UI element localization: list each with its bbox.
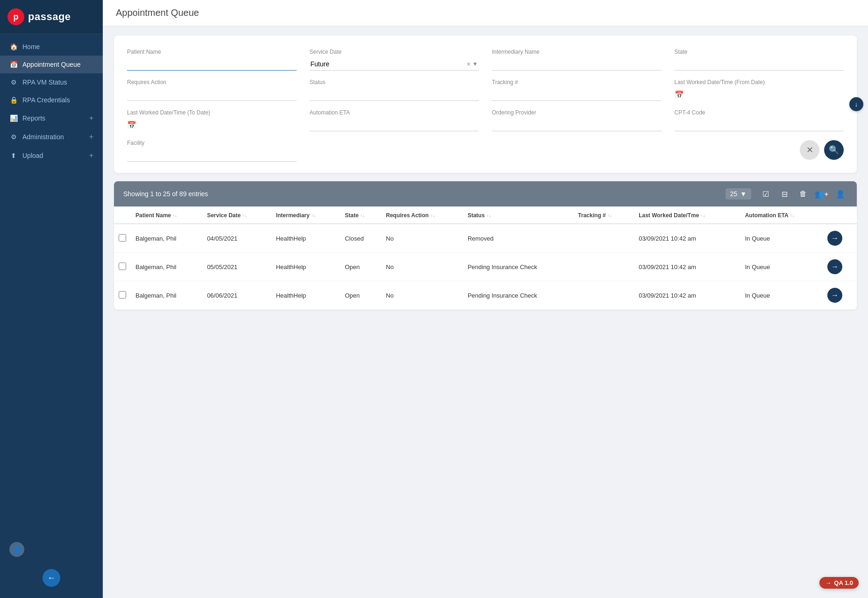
automation-eta-field: Automation ETA: [310, 109, 479, 131]
requires-action-field: Requires Action: [127, 79, 297, 101]
logo-text: passage: [28, 11, 71, 23]
last-worked-cell: 03/09/2021 10:42 am: [634, 224, 740, 253]
status-input[interactable]: [310, 88, 479, 101]
administration-icon: ⚙: [9, 133, 18, 141]
state-field: State: [675, 49, 844, 71]
rpa-vm-status-label: RPA VM Status: [22, 78, 93, 86]
cpt4-label: CPT-4 Code: [675, 109, 844, 116]
delete-icon[interactable]: 🗑: [796, 187, 810, 201]
state-label: State: [675, 49, 844, 55]
state-cell: Closed: [340, 224, 381, 253]
administration-label: Administration: [22, 133, 85, 141]
sort-automation-eta[interactable]: ↑↓: [790, 213, 795, 218]
sidebar-item-rpa-credentials[interactable]: 🔒 RPA Credentials: [0, 91, 103, 109]
patient-name-field: Patient Name: [127, 49, 297, 71]
qa-arrow-icon: →: [825, 579, 831, 586]
sidebar-item-home[interactable]: 🏠 Home: [0, 38, 103, 56]
last-worked-from-calendar-icon[interactable]: 📅: [675, 90, 844, 99]
col-last-worked: Last Worked Date/Tme ↑↓: [634, 206, 740, 224]
col-intermediary: Intermediary ↑↓: [271, 206, 341, 224]
row-checkbox-cell: [114, 253, 131, 281]
ordering-provider-label: Ordering Provider: [492, 109, 662, 116]
last-worked-to-calendar-icon[interactable]: 📅: [127, 121, 297, 129]
sidebar-item-reports[interactable]: 📊 Reports +: [0, 109, 103, 128]
sidebar-item-upload[interactable]: ⬆ Upload +: [0, 146, 103, 165]
sort-tracking[interactable]: ↑↓: [607, 213, 612, 218]
sort-intermediary[interactable]: ↑↓: [311, 213, 316, 218]
tracking-input[interactable]: [492, 88, 662, 101]
sidebar-nav: 🏠 Home 📅 Appointment Queue ⚙ RPA VM Stat…: [0, 34, 103, 537]
tracking-cell: [573, 253, 634, 281]
intermediary-name-input[interactable]: [492, 58, 662, 71]
facility-input[interactable]: [127, 149, 297, 162]
sort-service-date[interactable]: ↑↓: [242, 213, 247, 218]
select-all-icon[interactable]: ☑: [759, 187, 773, 201]
sort-requires-action[interactable]: ↑↓: [430, 213, 435, 218]
col-checkbox: [114, 206, 131, 224]
cpt4-input[interactable]: [675, 119, 844, 131]
main-content: Appointment Queue ↓ Patient Name Service…: [103, 0, 868, 598]
content-area: ↓ Patient Name Service Date × ▼ Inte: [103, 26, 868, 598]
page-title: Appointment Queue: [116, 7, 199, 18]
requires-action-label: Requires Action: [127, 79, 297, 85]
user-icon[interactable]: 👤: [833, 187, 847, 201]
add-user-icon[interactable]: 👥+: [815, 187, 829, 201]
intermediary-cell: HealthHelp: [271, 281, 341, 310]
back-button[interactable]: ←: [43, 569, 60, 587]
ordering-provider-input[interactable]: [492, 119, 662, 131]
service-date-clear[interactable]: ×: [467, 60, 470, 68]
sidebar-item-appointment-queue[interactable]: 📅 Appointment Queue: [0, 56, 103, 73]
intermediary-cell: HealthHelp: [271, 253, 341, 281]
requires-action-input[interactable]: [127, 88, 297, 101]
scroll-down-button[interactable]: ↓: [849, 97, 863, 111]
filter-grid: Patient Name Service Date × ▼ Intermedia…: [127, 49, 844, 162]
qa-badge[interactable]: → QA 1.0: [819, 577, 859, 589]
sort-status[interactable]: ↑↓: [486, 213, 491, 218]
sort-state[interactable]: ↑↓: [360, 213, 365, 218]
row-nav-button-1[interactable]: →: [827, 259, 842, 274]
tracking-cell: [573, 281, 634, 310]
automation-eta-label: Automation ETA: [310, 109, 479, 116]
row-checkbox-0[interactable]: [119, 234, 126, 242]
state-input[interactable]: [675, 58, 844, 71]
expand-icon: +: [89, 133, 93, 141]
upload-icon: ⬆: [9, 152, 18, 159]
patient-name-input[interactable]: [127, 58, 297, 71]
facility-label: Facility: [127, 140, 297, 146]
automation-eta-cell: In Queue: [740, 253, 823, 281]
clear-filters-button[interactable]: ✕: [800, 140, 819, 160]
patient-name-cell: Balgeman, Phil: [131, 281, 202, 310]
last-worked-to-label: Last Worked Date/Time (To Date): [127, 109, 297, 116]
requires-action-cell: No: [381, 253, 463, 281]
col-patient-name: Patient Name ↑↓: [131, 206, 202, 224]
table-body: Balgeman, Phil 04/05/2021 HealthHelp Clo…: [114, 224, 857, 310]
logo-icon: p: [7, 8, 24, 25]
service-date-field: Service Date × ▼: [310, 49, 479, 71]
col-status: Status ↑↓: [463, 206, 573, 224]
home-icon: 🏠: [9, 43, 18, 50]
sort-patient-name[interactable]: ↑↓: [172, 213, 177, 218]
row-nav-button-2[interactable]: →: [827, 288, 842, 303]
sidebar-item-rpa-vm-status[interactable]: ⚙ RPA VM Status: [0, 73, 103, 91]
minus-icon[interactable]: ⊟: [777, 187, 791, 201]
row-checkbox-1[interactable]: [119, 263, 126, 270]
row-nav-button-0[interactable]: →: [827, 231, 842, 246]
service-date-input[interactable]: [311, 60, 467, 68]
logo-area: p passage: [0, 0, 103, 34]
sidebar-item-administration[interactable]: ⚙ Administration +: [0, 128, 103, 146]
data-table: Patient Name ↑↓ Service Date ↑↓ Intermed…: [114, 206, 857, 310]
sort-last-worked[interactable]: ↑↓: [701, 213, 705, 218]
appointment-queue-label: Appointment Queue: [22, 61, 93, 68]
expand-icon: +: [89, 151, 93, 160]
automation-eta-cell: In Queue: [740, 224, 823, 253]
upload-label: Upload: [22, 152, 85, 159]
patient-name-label: Patient Name: [127, 49, 297, 55]
search-button[interactable]: 🔍: [824, 140, 844, 160]
page-header: Appointment Queue: [103, 0, 868, 26]
per-page-select[interactable]: 25 ▼: [726, 188, 751, 199]
service-date-dropdown-arrow[interactable]: ▼: [472, 61, 478, 67]
col-action: [823, 206, 857, 224]
automation-eta-input[interactable]: [310, 119, 479, 131]
row-checkbox-2[interactable]: [119, 291, 126, 299]
expand-icon: +: [89, 114, 93, 122]
